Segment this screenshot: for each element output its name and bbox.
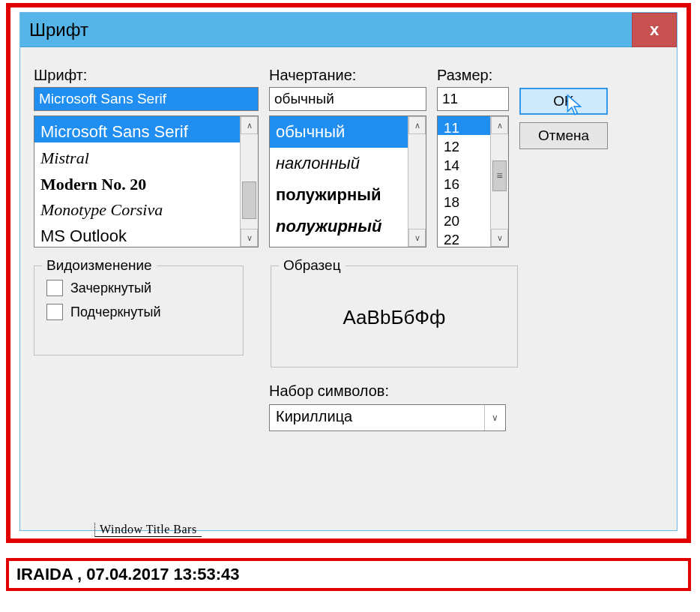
list-item[interactable]: 22 <box>438 228 490 247</box>
underline-label: Подчеркнутый <box>70 304 161 320</box>
chevron-down-icon[interactable]: ∨ <box>484 405 505 430</box>
font-input[interactable] <box>34 87 259 111</box>
sample-group: Образец АаBbБбФф <box>271 266 518 368</box>
effects-legend: Видоизменение <box>42 257 157 274</box>
font-dialog: Шрифт x Шрифт: Microsoft Sans Serif Mist <box>19 12 678 531</box>
effects-group: Видоизменение Зачеркнутый Подчеркнутый <box>34 266 244 356</box>
dialog-title: Шрифт <box>29 20 88 40</box>
cursor-icon <box>564 94 584 116</box>
scroll-down-icon[interactable]: ∨ <box>408 229 426 247</box>
list-item[interactable]: наклонный <box>270 148 408 179</box>
scroll-down-icon[interactable]: ∨ <box>241 229 258 247</box>
list-item[interactable]: полужирный <box>270 211 408 242</box>
footer-bar: IRAIDA , 07.04.2017 13:53:43 <box>6 558 691 591</box>
checkbox-icon <box>46 304 63 320</box>
list-item[interactable]: Modern No. 20 <box>34 169 240 195</box>
scroll-up-icon[interactable]: ∧ <box>408 116 426 134</box>
list-item[interactable]: 20 <box>438 209 490 228</box>
list-item[interactable]: MS Outlook <box>34 220 240 247</box>
scroll-grip-icon: ≡ <box>493 161 506 190</box>
size-listbox[interactable]: 11 12 14 16 18 20 22 ∧ <box>437 116 509 248</box>
scroll-thumb[interactable] <box>242 182 256 219</box>
size-input[interactable] <box>437 87 509 111</box>
style-listbox[interactable]: обычный наклонный полужирный полужирный … <box>269 116 426 248</box>
close-button[interactable]: x <box>632 13 677 47</box>
buttons-column: OK Отмена <box>519 88 608 149</box>
style-label: Начертание: <box>269 67 426 84</box>
list-item[interactable]: Mistral <box>34 142 240 169</box>
scrollbar[interactable]: ∧ ∨ <box>240 116 258 247</box>
script-label: Набор символов: <box>269 382 663 400</box>
list-item[interactable]: Monotype Corsiva <box>34 194 240 220</box>
size-label: Размер: <box>437 67 509 84</box>
ok-button[interactable]: OK <box>519 88 608 115</box>
list-item[interactable]: 18 <box>438 190 490 209</box>
style-input[interactable] <box>269 87 426 111</box>
script-value: Кириллица <box>270 405 484 430</box>
underline-checkbox[interactable]: Подчеркнутый <box>46 304 231 320</box>
close-icon: x <box>650 20 659 40</box>
sample-text: АаBbБбФф <box>283 280 505 355</box>
scroll-up-icon[interactable]: ∧ <box>491 116 508 134</box>
list-item[interactable]: 12 <box>438 135 490 154</box>
scrollbar[interactable]: ∧ ≡ ∨ <box>490 116 508 247</box>
checkbox-icon <box>46 280 63 296</box>
strikeout-label: Зачеркнутый <box>70 280 151 296</box>
scroll-up-icon[interactable]: ∧ <box>241 116 258 134</box>
list-item[interactable]: обычный <box>270 116 408 148</box>
footer-text: IRAIDA , 07.04.2017 13:53:43 <box>16 565 240 584</box>
titlebar[interactable]: Шрифт x <box>20 13 677 47</box>
style-column: Начертание: обычный наклонный полужирный… <box>269 67 426 248</box>
cancel-label: Отмена <box>538 128 589 144</box>
font-listbox[interactable]: Microsoft Sans Serif Mistral Modern No. … <box>34 116 259 248</box>
strikeout-checkbox[interactable]: Зачеркнутый <box>46 280 231 296</box>
list-item[interactable]: полужирный <box>270 179 408 211</box>
cancel-button[interactable]: Отмена <box>519 122 608 149</box>
list-item[interactable]: 14 <box>438 154 490 172</box>
font-column: Шрифт: Microsoft Sans Serif Mistral Mode… <box>34 67 259 248</box>
scroll-down-icon[interactable]: ∨ <box>491 229 508 247</box>
scroll-thumb[interactable]: ≡ <box>492 160 507 190</box>
list-item[interactable]: 11 <box>438 116 490 135</box>
background-fragment: Window Title Bars <box>94 523 202 537</box>
dialog-frame: Шрифт x Шрифт: Microsoft Sans Serif Mist <box>6 3 691 543</box>
list-item[interactable]: 16 <box>438 172 490 191</box>
list-item[interactable]: Microsoft Sans Serif <box>34 116 240 142</box>
size-column: Размер: 11 12 14 16 18 20 22 <box>437 67 509 248</box>
sample-legend: Образец <box>279 257 346 274</box>
font-label: Шрифт: <box>34 67 259 84</box>
script-combobox[interactable]: Кириллица ∨ <box>269 404 506 431</box>
scrollbar[interactable]: ∧ ∨ <box>408 116 426 247</box>
